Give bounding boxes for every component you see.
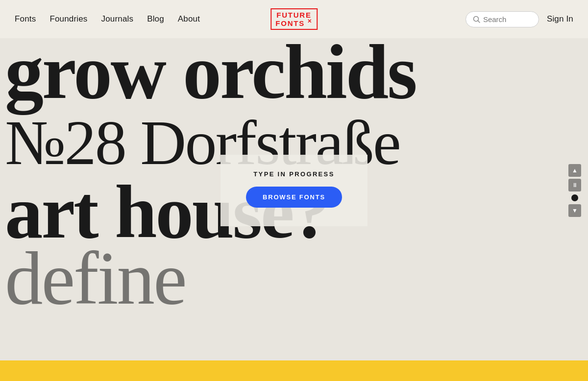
svg-line-1 xyxy=(478,21,480,23)
search-box[interactable] xyxy=(466,11,539,27)
overlay-label: TYPE IN PROGRESS xyxy=(253,170,334,178)
nav-links: Fonts Foundries Journals Blog About xyxy=(15,14,200,24)
nav-blog[interactable]: Blog xyxy=(147,14,164,24)
nav-fonts[interactable]: Fonts xyxy=(15,14,36,24)
hero-section: grow orchids №28 Dorfstraße art house? d… xyxy=(0,0,588,381)
hero-overlay-card: TYPE IN PROGRESS BROWSE FONTS xyxy=(220,155,368,226)
logo-x: ✕ xyxy=(305,18,313,24)
search-input[interactable] xyxy=(483,15,532,24)
scroll-up-icon: ▲ xyxy=(572,167,578,174)
scroll-pause-button[interactable]: ⏸ xyxy=(568,179,581,191)
nav-about[interactable]: About xyxy=(178,14,200,24)
hero-line-1: grow orchids xyxy=(0,33,588,111)
logo-line2: FONTS ✕ xyxy=(275,19,313,27)
sign-in-button[interactable]: Sign In xyxy=(547,14,573,24)
nav-foundries[interactable]: Foundries xyxy=(49,14,87,24)
logo[interactable]: FUTURE FONTS ✕ xyxy=(270,8,318,30)
scroll-down-button[interactable]: ▼ xyxy=(568,204,581,217)
nav-right: Sign In xyxy=(466,11,573,27)
bottom-yellow-bar xyxy=(0,360,588,381)
scroll-indicator-dot xyxy=(571,194,578,201)
scroll-up-button[interactable]: ▲ xyxy=(568,164,581,177)
navbar: Fonts Foundries Journals Blog About FUTU… xyxy=(0,0,588,38)
scroll-down-icon: ▼ xyxy=(572,207,578,214)
hero-line-4: define xyxy=(0,240,588,316)
search-icon xyxy=(473,16,480,23)
nav-journals[interactable]: Journals xyxy=(101,14,134,24)
logo-line1: FUTURE xyxy=(276,11,312,19)
browse-fonts-button[interactable]: BROWSE FONTS xyxy=(246,187,342,208)
scroll-pause-icon: ⏸ xyxy=(572,182,578,189)
scroll-controls: ▲ ⏸ ▼ xyxy=(568,164,581,217)
